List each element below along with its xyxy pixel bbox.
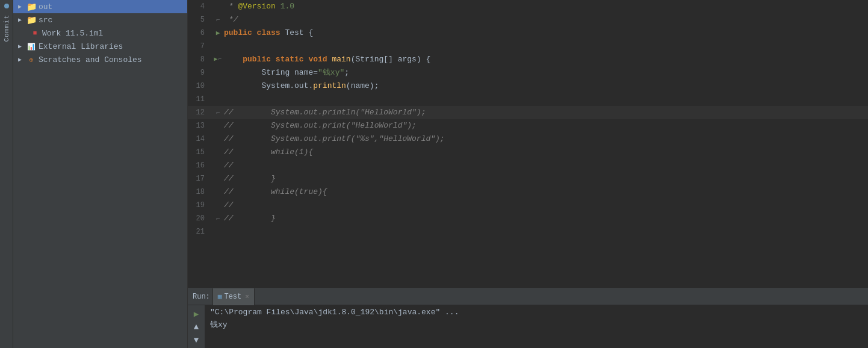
line-content: // System.out.println("HelloWorld"); xyxy=(224,106,868,119)
line-number: 12 xyxy=(188,106,212,119)
sidebar-item-src[interactable]: ▶ 📁 src xyxy=(13,13,187,26)
fold-gutter: ⌐ xyxy=(212,212,224,225)
line-content: public class Test { xyxy=(224,26,868,40)
left-tab-dot xyxy=(4,4,9,8)
main-area: Commit ▶ 📁 out ▶ 📁 src ■ Work 11.5.iml ▶… xyxy=(0,0,868,348)
code-line-4: 4 * @Version 1.0 xyxy=(188,0,868,13)
iml-icon: ■ xyxy=(30,28,40,38)
line-content: */ xyxy=(224,13,868,26)
line-number: 10 xyxy=(188,79,212,93)
code-lines-container[interactable]: 4 * @Version 1.0 5 ⌐ */ 6 ▶ public class… xyxy=(188,0,868,288)
sidebar-label-src: src xyxy=(39,16,52,25)
code-editor: 4 * @Version 1.0 5 ⌐ */ 6 ▶ public class… xyxy=(188,0,868,348)
line-number: 15 xyxy=(188,146,212,159)
code-line-10: 10 System.out.println(name); xyxy=(188,79,868,93)
arrow-icon: ▶ xyxy=(18,56,25,63)
line-content: // while(1){ xyxy=(224,146,868,159)
line-content: // } xyxy=(224,172,868,185)
code-line-13: 13 // System.out.print("HelloWorld"); xyxy=(188,119,868,132)
bottom-content: ▶ ▲ ▼ 🔧 "C:\Program Files\Java\jdk1.8.0_… xyxy=(188,305,868,348)
run-label: Run: xyxy=(193,293,210,301)
code-line-19: 19 // xyxy=(188,199,868,212)
branding-label: CSDN @Ricardo_M_CYT xyxy=(766,305,868,348)
sidebar-item-iml[interactable]: ■ Work 11.5.iml xyxy=(13,26,187,40)
bottom-action-bar: ▶ ▲ ▼ 🔧 xyxy=(188,305,205,348)
lib-icon: 📊 xyxy=(26,42,36,51)
run-gutter[interactable]: ▶ xyxy=(212,26,224,40)
line-number: 9 xyxy=(188,66,212,79)
tab-close-icon[interactable]: × xyxy=(245,293,249,300)
run-fold-gutter[interactable]: ▶⌐ xyxy=(212,53,224,66)
code-line-17: 17 // } xyxy=(188,172,868,185)
sidebar-label-out: out xyxy=(39,2,52,11)
line-number: 8 xyxy=(188,53,212,66)
line-number: 6 xyxy=(188,26,212,40)
arrow-icon: ▶ xyxy=(18,43,25,50)
code-line-20: 20 ⌐ // } xyxy=(188,212,868,225)
line-number: 4 xyxy=(188,0,212,13)
run-tab-test[interactable]: ▦ Test × xyxy=(212,288,255,305)
bottom-tabs-bar: Run: ▦ Test × xyxy=(188,288,868,305)
line-content: // xyxy=(224,159,868,172)
output-line-2: 钱xy xyxy=(210,319,761,330)
sidebar-item-out[interactable]: ▶ 📁 out xyxy=(13,0,187,13)
line-content: // } xyxy=(224,212,868,225)
sidebar-item-external-libs[interactable]: ▶ 📊 External Libraries xyxy=(13,40,187,53)
line-number: 17 xyxy=(188,172,212,185)
tab-test-label: Test xyxy=(224,293,241,301)
line-content: // xyxy=(224,199,868,212)
code-line-14: 14 // System.out.printf("%s","HelloWorld… xyxy=(188,132,868,146)
code-line-6: 6 ▶ public class Test { xyxy=(188,26,868,40)
line-number: 5 xyxy=(188,13,212,26)
sidebar-item-scratches[interactable]: ▶ ⊕ Scratches and Consoles xyxy=(13,53,187,66)
line-content: public static void main(String[] args) { xyxy=(224,53,868,66)
output-line-1: "C:\Program Files\Java\jdk1.8.0_192\bin\… xyxy=(210,308,761,317)
arrow-icon: ▶ xyxy=(18,16,25,23)
line-number: 21 xyxy=(188,225,212,238)
line-content: // System.out.printf("%s","HelloWorld"); xyxy=(224,132,868,146)
left-tab-panel: Commit xyxy=(0,0,13,348)
code-line-11: 11 xyxy=(188,93,868,106)
code-line-8: 8 ▶⌐ public static void main(String[] ar… xyxy=(188,53,868,66)
scratch-icon: ⊕ xyxy=(26,55,36,64)
line-number: 16 xyxy=(188,159,212,172)
line-content: // System.out.print("HelloWorld"); xyxy=(224,119,868,132)
code-line-7: 7 xyxy=(188,40,868,53)
bottom-panel: Run: ▦ Test × ▶ ▲ ▼ 🔧 "C:\Program Files\… xyxy=(188,288,868,348)
code-line-12: 12 ⌐ // System.out.println("HelloWorld")… xyxy=(188,106,868,119)
code-line-15: 15 // while(1){ xyxy=(188,146,868,159)
folder-icon: 📁 xyxy=(26,2,36,11)
run-output: "C:\Program Files\Java\jdk1.8.0_192\bin\… xyxy=(205,305,766,348)
line-number: 20 xyxy=(188,212,212,225)
fold-gutter: ⌐ xyxy=(212,13,224,26)
line-number: 18 xyxy=(188,185,212,199)
scroll-up-button[interactable]: ▲ xyxy=(190,321,202,333)
line-number: 7 xyxy=(188,40,212,53)
code-line-21: 21 xyxy=(188,225,868,238)
code-line-16: 16 // xyxy=(188,159,868,172)
folder-icon-src: 📁 xyxy=(26,15,36,25)
line-number: 19 xyxy=(188,199,212,212)
commit-tab[interactable]: Commit xyxy=(3,10,10,47)
tab-icon: ▦ xyxy=(218,293,222,300)
arrow-icon: ▶ xyxy=(18,3,25,10)
sidebar-label-iml: Work 11.5.iml xyxy=(42,29,103,38)
code-line-9: 9 String name="钱xy"; xyxy=(188,66,868,79)
line-content: System.out.println(name); xyxy=(224,79,868,93)
line-number: 13 xyxy=(188,119,212,132)
sidebar-label-scratches: Scratches and Consoles xyxy=(39,55,142,64)
line-content: // while(true){ xyxy=(224,185,868,199)
line-number: 14 xyxy=(188,132,212,146)
line-content: * @Version 1.0 xyxy=(224,0,868,13)
code-line-18: 18 // while(true){ xyxy=(188,185,868,199)
scroll-down-button[interactable]: ▼ xyxy=(190,334,202,346)
code-line-5: 5 ⌐ */ xyxy=(188,13,868,26)
line-content: String name="钱xy"; xyxy=(224,66,868,79)
run-button[interactable]: ▶ xyxy=(190,308,202,320)
line-number: 11 xyxy=(188,93,212,106)
fold-gutter: ⌐ xyxy=(212,106,224,119)
project-sidebar: ▶ 📁 out ▶ 📁 src ■ Work 11.5.iml ▶ 📊 Exte… xyxy=(13,0,188,348)
sidebar-label-external: External Libraries xyxy=(39,42,123,51)
